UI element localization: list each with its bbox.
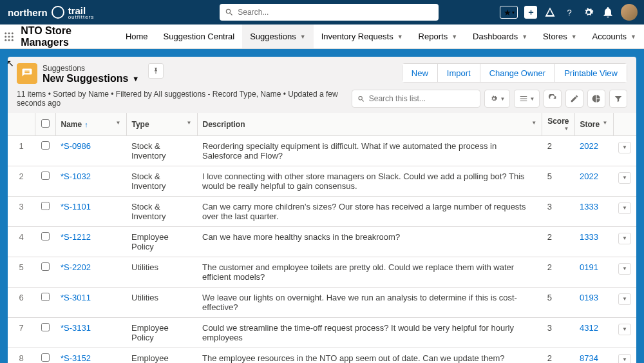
- store-link[interactable]: 1333: [580, 202, 598, 211]
- cell-type: Utilities: [126, 257, 197, 288]
- chevron-down-icon[interactable]: ▼: [531, 120, 536, 126]
- record-link[interactable]: *S-3152: [61, 353, 91, 363]
- record-link[interactable]: *S-3131: [61, 323, 91, 333]
- global-add-button[interactable]: ＋: [524, 6, 537, 19]
- store-link[interactable]: 4312: [580, 323, 598, 333]
- chart-button[interactable]: [587, 90, 605, 108]
- row-action-menu[interactable]: ▼: [618, 324, 631, 335]
- global-search[interactable]: [220, 4, 439, 21]
- row-action-menu[interactable]: ▼: [618, 142, 631, 153]
- import-button[interactable]: Import: [438, 64, 480, 82]
- pin-list-button[interactable]: [148, 63, 164, 79]
- record-link[interactable]: *S-2202: [61, 262, 91, 272]
- nav-tabs: Home Suggestion Central Suggestions▼ Inv…: [118, 25, 644, 48]
- row-checkbox[interactable]: [41, 353, 50, 362]
- chevron-down-icon[interactable]: ▼: [564, 126, 569, 132]
- list-subheader: 11 items • Sorted by Name • Filtered by …: [8, 87, 636, 113]
- list-view-dropdown-icon[interactable]: ▼: [132, 75, 139, 83]
- record-link[interactable]: *S-1101: [61, 202, 91, 211]
- store-link[interactable]: 0191: [580, 262, 598, 272]
- col-name[interactable]: Name↑▼: [55, 113, 126, 136]
- store-link[interactable]: 2022: [580, 141, 598, 151]
- chevron-down-icon[interactable]: ▼: [187, 120, 192, 126]
- row-action-menu[interactable]: ▼: [618, 202, 631, 214]
- col-store[interactable]: Store▼: [574, 113, 613, 136]
- chevron-down-icon[interactable]: ▼: [571, 34, 577, 40]
- store-link[interactable]: 1333: [580, 232, 598, 242]
- refresh-button[interactable]: [544, 90, 562, 108]
- cell-type: Employee Policy: [126, 348, 197, 364]
- display-as-button[interactable]: ▼: [514, 90, 540, 108]
- cell-description: Could we streamline the time-off request…: [197, 318, 542, 348]
- row-select[interactable]: [35, 257, 55, 288]
- nav-tab-inventory-requests[interactable]: Inventory Requests▼: [314, 25, 411, 48]
- chevron-down-icon[interactable]: ▼: [603, 120, 608, 126]
- row-select[interactable]: [35, 318, 55, 348]
- col-description[interactable]: Description▼: [197, 113, 542, 136]
- row-checkbox[interactable]: [41, 172, 50, 180]
- nav-tab-stores[interactable]: Stores▼: [535, 25, 585, 48]
- list-search[interactable]: [352, 90, 480, 108]
- row-action-menu[interactable]: ▼: [618, 354, 631, 364]
- row-select[interactable]: [35, 197, 55, 227]
- col-select-all[interactable]: [35, 113, 55, 136]
- row-checkbox[interactable]: [41, 141, 50, 150]
- row-checkbox[interactable]: [41, 232, 50, 240]
- store-link[interactable]: 2022: [580, 172, 598, 181]
- nav-tab-suggestions[interactable]: Suggestions▼: [242, 25, 313, 48]
- nav-tab-dashboards[interactable]: Dashboards▼: [465, 25, 535, 48]
- chevron-down-icon[interactable]: ▼: [522, 34, 527, 40]
- global-search-input[interactable]: [238, 8, 433, 17]
- app-launcher-icon[interactable]: [0, 25, 18, 48]
- svg-point-5: [12, 35, 14, 37]
- row-select[interactable]: [35, 227, 55, 257]
- row-select[interactable]: [35, 348, 55, 364]
- chevron-down-icon[interactable]: ▼: [630, 34, 636, 40]
- nav-tab-accounts[interactable]: Accounts▼: [585, 25, 644, 48]
- select-all-checkbox[interactable]: [41, 119, 50, 128]
- chevron-down-icon[interactable]: ▼: [300, 34, 306, 40]
- row-checkbox[interactable]: [41, 202, 50, 210]
- setup-gear-icon[interactable]: [582, 6, 595, 19]
- row-checkbox[interactable]: [41, 262, 50, 271]
- record-link[interactable]: *S-1032: [61, 172, 91, 181]
- change-owner-button[interactable]: Change Owner: [480, 64, 555, 82]
- chevron-down-icon[interactable]: ▼: [451, 34, 457, 40]
- chevron-down-icon[interactable]: ▼: [397, 34, 403, 40]
- col-score[interactable]: Score▼: [542, 113, 574, 136]
- row-checkbox[interactable]: [41, 293, 50, 301]
- row-select[interactable]: [35, 288, 55, 318]
- trailhead-icon[interactable]: [544, 6, 556, 19]
- store-link[interactable]: 8734: [580, 353, 598, 363]
- list-view-name[interactable]: New Suggestions ▼: [43, 73, 139, 84]
- row-select[interactable]: [35, 136, 55, 166]
- cell-name: *S-3152: [55, 348, 126, 364]
- store-link[interactable]: 0193: [580, 293, 598, 302]
- col-type[interactable]: Type▼: [126, 113, 197, 136]
- help-icon[interactable]: ?: [563, 6, 576, 19]
- nav-tab-suggestion-central[interactable]: Suggestion Central: [156, 25, 243, 48]
- list-panel: Suggestions New Suggestions ▼ New Import…: [8, 57, 636, 363]
- filter-button[interactable]: [609, 90, 627, 108]
- new-button[interactable]: New: [402, 64, 438, 82]
- record-link[interactable]: *S-1212: [61, 232, 91, 242]
- printable-view-button[interactable]: Printable View: [555, 64, 627, 82]
- user-avatar[interactable]: [621, 4, 638, 21]
- notifications-icon[interactable]: [601, 6, 614, 19]
- row-action-menu[interactable]: ▼: [618, 233, 631, 244]
- record-link[interactable]: *S-3011: [61, 293, 91, 302]
- record-link[interactable]: *S-0986: [61, 141, 91, 151]
- nav-tab-home[interactable]: Home: [118, 25, 156, 48]
- row-checkbox[interactable]: [41, 323, 50, 331]
- list-search-input[interactable]: [369, 94, 475, 103]
- nav-tab-reports[interactable]: Reports▼: [411, 25, 465, 48]
- edit-list-button[interactable]: [565, 90, 583, 108]
- row-action-menu[interactable]: ▼: [618, 172, 631, 184]
- favorites-button[interactable]: ★▾: [500, 6, 518, 19]
- cell-description: Reordering specialty equipment is diffic…: [197, 136, 542, 166]
- list-settings-button[interactable]: ▼: [484, 90, 510, 108]
- row-action-menu[interactable]: ▼: [618, 263, 631, 275]
- row-select[interactable]: [35, 166, 55, 197]
- chevron-down-icon[interactable]: ▼: [116, 120, 121, 126]
- row-action-menu[interactable]: ▼: [618, 293, 631, 305]
